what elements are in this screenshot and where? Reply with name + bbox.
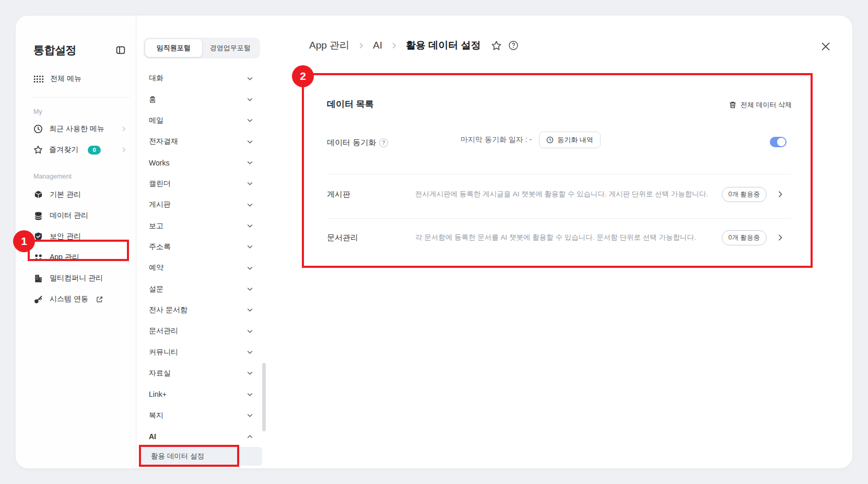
sync-history-button[interactable]: 동기화 내역 [539,132,601,148]
active-count-badge: 0개 활용중 [722,187,767,202]
menu-item-community[interactable]: 커뮤니티 [144,341,260,362]
database-icon [33,211,43,221]
grid-dots-icon [33,75,44,83]
row-description: 각 문서함에 등록한 문서를 AI 챗봇에 활용할 수 있습니다. 문서함 단위… [415,233,722,242]
annotation-circle-2: 2 [292,65,314,87]
favorite-star-icon[interactable] [491,40,502,51]
history-clock-icon [546,136,554,144]
chevron-down-icon [246,201,254,209]
chevron-down-icon [246,180,254,187]
data-sync-toggle[interactable] [770,137,787,147]
panel-title: 데이터 목록 [327,98,374,110]
app-grid-icon [33,253,43,263]
divider [327,218,791,219]
data-list-panel: 데이터 목록 전체 데이터 삭제 데이터 동기화 ? 마지막 동기화 일자 : … [302,73,813,268]
row-label: 문서관리 [327,233,415,243]
chevron-down-icon [246,264,254,272]
key-icon [33,294,43,304]
divider [33,97,130,98]
all-menu-button[interactable]: 전체 메뉴 [33,74,130,84]
menu-item-board[interactable]: 게시판 [144,194,260,215]
chevron-down-icon [246,306,254,314]
sidebar-item-multicompany-management[interactable]: 멀티컴퍼니 관리 [33,268,130,289]
sidebar-item-data-management[interactable]: 데이터 관리 [33,205,130,226]
data-row-board: 게시판 전사게시판에 등록한 게시글을 AI 챗봇에 활용할 수 있습니다. 게… [327,183,784,206]
menu-item-calendar[interactable]: 캘린더 [144,173,260,194]
menu-item-doc-management[interactable]: 문서관리 [144,321,260,341]
menu-item-approval[interactable]: 전자결재 [144,131,260,152]
chevron-down-icon [246,159,254,167]
sidebar-item-favorites[interactable]: 즐겨찾기 0 [33,139,130,160]
chevron-right-icon[interactable] [776,190,784,198]
sidebar-item-label: 기본 관리 [50,190,81,199]
close-icon[interactable] [819,40,832,53]
sidebar-item-label: App 관리 [50,253,79,262]
chevron-down-icon [246,391,254,398]
sidebar-item-basic-management[interactable]: 기본 관리 [33,184,130,205]
menu-item-reservation[interactable]: 예약 [144,257,260,278]
breadcrumb-ai[interactable]: AI [373,40,382,51]
chevron-right-icon [357,42,365,50]
breadcrumb-app-management[interactable]: App 관리 [309,39,349,52]
menu-item-mail[interactable]: 메일 [144,110,260,131]
last-sync-date: 마지막 동기화 일자 : - [461,135,532,145]
tab-business-portal[interactable]: 경영업무포털 [202,39,259,57]
app-menu-list: 대화 홈 메일 전자결재 Works 캘린더 게시판 보고 주소록 예약 설문 … [144,68,260,466]
section-label-management: Management [33,173,130,180]
collapse-sidebar-icon[interactable] [115,44,126,56]
menu-item-welfare[interactable]: 복지 [144,405,260,426]
chevron-down-icon [246,411,254,419]
tab-employee-portal[interactable]: 임직원포털 [145,39,202,57]
menu-item-home[interactable]: 홈 [144,89,260,110]
sidebar-item-label: 멀티컴퍼니 관리 [50,274,103,283]
sidebar-item-recent-menu[interactable]: 최근 사용한 메뉴 [33,119,130,139]
sidebar-item-label: 즐겨찾기 [49,145,78,155]
clock-icon [33,124,43,134]
sidebar-item-security-management[interactable]: 보안 관리 [33,226,130,247]
chevron-down-icon [246,222,254,230]
menu-item-linkplus[interactable]: Link+ [144,384,260,405]
row-description: 전사게시판에 등록한 게시글을 AI 챗봇에 활용할 수 있습니다. 게시판 단… [415,190,722,199]
sync-label: 데이터 동기화 [327,138,376,148]
data-row-doc-management: 문서관리 각 문서함에 등록한 문서를 AI 챗봇에 활용할 수 있습니다. 문… [327,226,784,249]
menu-scrollbar[interactable] [262,363,266,431]
delete-all-data-button[interactable]: 전체 데이터 삭제 [729,100,792,110]
menu-item-archive[interactable]: 자료실 [144,363,260,384]
menu-item-report[interactable]: 보고 [144,215,260,236]
help-icon[interactable] [508,40,519,51]
favorites-count-badge: 0 [88,146,101,155]
sidebar-item-label: 데이터 관리 [50,211,88,220]
chevron-right-icon [120,146,127,154]
chevron-down-icon [246,243,254,251]
chevron-down-icon [246,96,254,103]
app-menu-panel: 임직원포털 경영업무포털 대화 홈 메일 전자결재 Works 캘린더 게시판 … [136,16,267,468]
section-label-my: My [33,108,130,115]
cube-icon [33,190,43,200]
building-icon [33,274,43,284]
chevron-down-icon [246,116,254,124]
menu-item-chat[interactable]: 대화 [144,68,260,89]
menu-subitem-data-settings[interactable]: 활용 데이터 설정 [141,447,262,466]
page-title: 통합설정 [33,43,76,57]
menu-item-contacts[interactable]: 주소록 [144,237,260,257]
row-label: 게시판 [327,190,415,199]
chevron-up-icon [246,433,254,441]
sync-help-icon[interactable]: ? [379,138,388,147]
chevron-right-icon[interactable] [776,233,784,242]
menu-item-survey[interactable]: 설문 [144,278,260,299]
chevron-down-icon [246,75,254,82]
main-content: App 관리 AI 활용 데이터 설정 [267,16,852,468]
menu-item-company-docs[interactable]: 전사 문서함 [144,300,260,321]
all-menu-label: 전체 메뉴 [50,74,81,84]
sidebar-item-system-integration[interactable]: 시스템 연동 [33,289,130,310]
chevron-down-icon [246,348,254,356]
chevron-right-icon [390,42,398,50]
sidebar-item-app-management[interactable]: App 관리 [33,247,130,268]
menu-item-works[interactable]: Works [144,152,260,173]
sidebar-item-label: 시스템 연동 [50,294,88,304]
breadcrumb-current: 활용 데이터 설정 [406,39,481,52]
sidebar-item-label: 보안 관리 [50,232,81,241]
star-icon [33,145,43,155]
external-link-icon [96,296,103,303]
menu-item-ai[interactable]: AI [144,426,260,447]
